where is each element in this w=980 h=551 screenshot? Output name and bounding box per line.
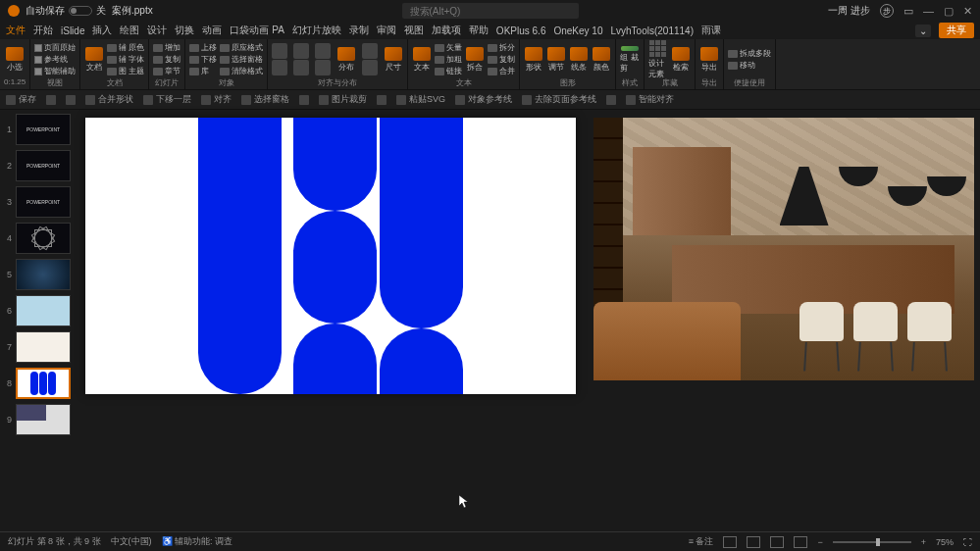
distribute-button[interactable]: 分布: [336, 46, 356, 74]
normal-view-icon[interactable]: [723, 536, 737, 548]
tab-file[interactable]: 文件: [6, 24, 26, 37]
user-avatar-icon[interactable]: 步: [880, 4, 894, 18]
layer-lib[interactable]: 库: [189, 66, 217, 76]
tab-review[interactable]: 审阅: [377, 24, 396, 37]
ribbon-mode-icon[interactable]: ▭: [903, 5, 913, 18]
ribbon-collapse-button[interactable]: ⌄: [915, 25, 931, 37]
color-button[interactable]: 颜色: [592, 46, 611, 74]
tab-slideshow[interactable]: 幻灯片放映: [292, 24, 341, 37]
qa-icon[interactable]: [377, 95, 387, 105]
autosave-toggle[interactable]: 自动保存 关: [26, 4, 106, 18]
qa-align[interactable]: 对齐: [201, 93, 232, 106]
zoom-level[interactable]: 75%: [936, 537, 954, 547]
zoom-out-button[interactable]: −: [817, 537, 822, 547]
document-button[interactable]: 文档: [84, 46, 104, 74]
thumbnail-8[interactable]: [16, 368, 71, 399]
search-lib-button[interactable]: 检索: [671, 46, 691, 74]
slide-dup[interactable]: 复制: [153, 54, 181, 65]
size-button[interactable]: 尺寸: [384, 46, 403, 74]
language-indicator[interactable]: 中文(中国): [111, 535, 152, 548]
text-link[interactable]: 链接: [435, 66, 462, 76]
format-original[interactable]: 原应格式: [220, 42, 263, 53]
maximize-icon[interactable]: ▢: [944, 5, 954, 18]
thumbnail-7[interactable]: [16, 331, 71, 363]
thumbnail-1[interactable]: POWERPOINT: [16, 114, 71, 145]
checkbox-smart[interactable]: 智能辅助: [34, 66, 76, 76]
adjust-button[interactable]: 调节: [546, 46, 566, 74]
zoom-slider[interactable]: [833, 541, 911, 543]
search-input[interactable]: [402, 3, 579, 19]
thumbnail-2[interactable]: POWERPOINT: [16, 150, 71, 181]
sorter-view-icon[interactable]: [747, 536, 760, 548]
layer-up[interactable]: 上移: [189, 42, 217, 53]
crop-button[interactable]: 组 裁剪: [620, 46, 640, 74]
size-icon[interactable]: [362, 43, 378, 59]
qa-save[interactable]: 保存: [6, 93, 36, 106]
move-row[interactable]: 移动: [728, 60, 771, 71]
qa-paste-svg[interactable]: 粘贴SVG: [396, 93, 445, 106]
checkbox-original[interactable]: 页面原始: [34, 42, 76, 53]
toggle-icon[interactable]: [69, 6, 92, 16]
blue-shape-2c[interactable]: [293, 324, 377, 394]
tab-view[interactable]: 视图: [404, 24, 424, 37]
selection-pane[interactable]: 选择窗格: [220, 54, 263, 65]
tab-lvyh[interactable]: LvyhTools(201114): [611, 25, 695, 36]
layer-down[interactable]: 下移: [189, 54, 217, 65]
merge-row[interactable]: 合并: [488, 66, 515, 76]
qa-icon[interactable]: [299, 95, 309, 105]
tab-onekey[interactable]: OneKey 10: [553, 25, 602, 36]
blue-shape-3a[interactable]: [380, 118, 463, 328]
close-icon[interactable]: ✕: [963, 5, 972, 18]
slide-thumbnail-panel[interactable]: 1POWERPOINT 2POWERPOINT 3POWERPOINT 4 5 …: [0, 110, 78, 531]
qa-object-guides[interactable]: 对象参考线: [455, 93, 512, 106]
tab-addins[interactable]: 加载项: [432, 24, 461, 37]
tab-okplus[interactable]: OKPlus 6.6: [496, 25, 546, 36]
tab-yuke[interactable]: 雨课: [701, 24, 721, 37]
row-font[interactable]: 辅 字体: [107, 54, 144, 65]
qa-redo[interactable]: [66, 95, 76, 105]
text-button[interactable]: 文本: [412, 46, 432, 74]
shape-button[interactable]: 形状: [524, 46, 543, 74]
accessibility-status[interactable]: ♿ 辅助功能: 调查: [162, 535, 233, 548]
size-icon[interactable]: [362, 60, 378, 75]
qa-merge-shapes[interactable]: 合并形状: [85, 93, 133, 106]
row-color[interactable]: 辅 原色: [107, 42, 144, 53]
qa-selection-pane[interactable]: 选择窗格: [241, 93, 289, 106]
blue-shape-2b[interactable]: [293, 211, 377, 324]
tab-islide[interactable]: iSlide: [61, 25, 84, 36]
align-icon[interactable]: [293, 43, 309, 59]
export-button[interactable]: 导出: [699, 46, 719, 74]
tab-insert[interactable]: 插入: [92, 24, 112, 37]
split-button[interactable]: 拆合: [465, 46, 485, 74]
tab-transition[interactable]: 切换: [175, 24, 194, 37]
qa-undo[interactable]: [46, 95, 56, 105]
thumbnail-9[interactable]: [16, 404, 71, 435]
blue-shape-3b[interactable]: [380, 328, 463, 394]
minimize-icon[interactable]: —: [923, 5, 934, 17]
blue-shape-1[interactable]: [198, 118, 282, 394]
align-icon[interactable]: [293, 60, 309, 75]
notes-button[interactable]: ≡ 备注: [689, 535, 714, 548]
select-button[interactable]: 小选: [5, 46, 25, 74]
text-vector[interactable]: 矢量: [435, 42, 462, 53]
design-elements-button[interactable]: 设计元素: [648, 46, 668, 74]
align-icon[interactable]: [315, 60, 331, 75]
tab-draw[interactable]: 绘图: [120, 24, 139, 37]
slide-add[interactable]: 增加: [153, 42, 181, 53]
line-button[interactable]: 线条: [569, 46, 589, 74]
qa-smart-align[interactable]: 智能对齐: [626, 93, 674, 106]
align-icon[interactable]: [272, 60, 287, 75]
slideshow-view-icon[interactable]: [794, 536, 807, 548]
qa-send-back[interactable]: 下移一层: [143, 93, 191, 106]
thumbnail-6[interactable]: [16, 295, 71, 326]
qa-remove-guides[interactable]: 去除页面参考线: [522, 93, 596, 106]
split-row[interactable]: 拆分: [488, 42, 515, 53]
thumbnail-5[interactable]: [16, 259, 71, 290]
clear-format[interactable]: 清除格式: [220, 66, 263, 76]
share-button[interactable]: 共享: [939, 23, 974, 38]
qa-icon[interactable]: [606, 95, 616, 105]
split-segments[interactable]: 拆成多段: [728, 48, 771, 59]
qa-crop[interactable]: 图片裁剪: [319, 93, 367, 106]
slide-canvas-area[interactable]: [78, 110, 980, 531]
reading-view-icon[interactable]: [770, 536, 784, 548]
